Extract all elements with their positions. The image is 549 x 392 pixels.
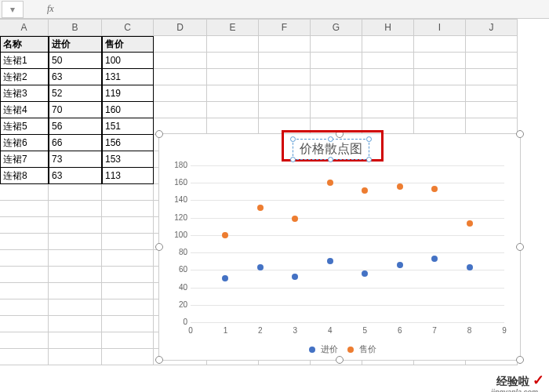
cell[interactable] (414, 102, 466, 118)
resize-handle[interactable] (155, 356, 163, 364)
cell[interactable]: 52 (49, 85, 102, 102)
cell[interactable] (0, 217, 49, 234)
cell[interactable] (414, 53, 466, 69)
cell[interactable]: 113 (102, 168, 154, 184)
column-header[interactable]: D (154, 19, 207, 36)
cell[interactable] (414, 85, 466, 102)
cell[interactable]: 63 (49, 168, 102, 184)
cell[interactable] (0, 234, 49, 250)
cell[interactable] (154, 102, 207, 118)
cell[interactable] (0, 267, 49, 283)
resize-handle[interactable] (516, 243, 524, 251)
cell[interactable] (466, 53, 518, 69)
cell[interactable] (207, 53, 259, 69)
cell[interactable]: 50 (49, 53, 102, 69)
cell[interactable]: 131 (102, 69, 154, 85)
cell[interactable]: 73 (49, 151, 102, 168)
cell[interactable] (207, 85, 259, 102)
cell[interactable] (0, 184, 49, 201)
cell[interactable] (102, 349, 154, 365)
cell[interactable] (259, 118, 311, 135)
cell[interactable]: 连裙5 (0, 118, 49, 135)
cell[interactable] (466, 102, 518, 118)
cell[interactable]: 连裙7 (0, 151, 49, 168)
cell[interactable] (311, 53, 362, 69)
resize-handle[interactable] (516, 130, 524, 138)
cell[interactable] (102, 299, 154, 316)
cell[interactable] (102, 201, 154, 217)
cell[interactable] (362, 118, 414, 135)
cell[interactable]: 连裙4 (0, 102, 49, 118)
cell[interactable] (0, 283, 49, 299)
cell[interactable] (311, 102, 362, 118)
cell[interactable] (154, 69, 207, 85)
cell[interactable]: 70 (49, 102, 102, 118)
cell[interactable] (259, 53, 311, 69)
cell[interactable] (362, 36, 414, 53)
cell[interactable]: 连裙1 (0, 53, 49, 69)
column-header[interactable]: B (49, 19, 102, 36)
cell[interactable] (49, 316, 102, 332)
cell[interactable] (0, 299, 49, 316)
cell[interactable] (0, 332, 49, 349)
cell[interactable] (466, 118, 518, 135)
column-header[interactable]: H (362, 19, 414, 36)
cell[interactable] (259, 85, 311, 102)
resize-handle[interactable] (155, 130, 163, 138)
chart-title[interactable]: 价格散点图 (293, 139, 369, 160)
cell[interactable] (414, 118, 466, 135)
cell[interactable]: 160 (102, 102, 154, 118)
cell[interactable] (362, 85, 414, 102)
cell[interactable] (102, 316, 154, 332)
cell[interactable]: 153 (102, 151, 154, 168)
cell[interactable] (154, 36, 207, 53)
cell[interactable]: 连裙3 (0, 85, 49, 102)
cell[interactable] (49, 250, 102, 267)
cell[interactable] (49, 299, 102, 316)
cell[interactable] (102, 234, 154, 250)
title-handle[interactable] (366, 136, 372, 142)
cell[interactable] (311, 85, 362, 102)
cell[interactable] (154, 85, 207, 102)
chart-container[interactable]: 价格散点图 0204060801001201401601800123456789… (158, 133, 521, 361)
cell[interactable]: 连裙8 (0, 168, 49, 184)
cell[interactable] (102, 332, 154, 349)
cell[interactable] (207, 118, 259, 135)
cell[interactable] (362, 69, 414, 85)
cell[interactable] (207, 102, 259, 118)
cell[interactable] (311, 36, 362, 53)
resize-handle[interactable] (155, 243, 163, 251)
cell[interactable] (102, 283, 154, 299)
cell[interactable]: 63 (49, 69, 102, 85)
column-header[interactable]: J (466, 19, 518, 36)
column-header[interactable]: I (414, 19, 466, 36)
dropdown-button[interactable]: ▾ (2, 1, 24, 18)
resize-handle[interactable] (516, 356, 524, 364)
cell[interactable] (154, 53, 207, 69)
cell[interactable]: 连裙2 (0, 69, 49, 85)
cell[interactable]: 156 (102, 135, 154, 151)
cell[interactable] (362, 53, 414, 69)
cell[interactable]: 名称 (0, 36, 49, 53)
column-header[interactable]: G (311, 19, 362, 36)
cell[interactable] (102, 267, 154, 283)
cell[interactable] (49, 332, 102, 349)
cell[interactable] (466, 85, 518, 102)
cell[interactable]: 售价 (102, 36, 154, 53)
cell[interactable]: 56 (49, 118, 102, 135)
cell[interactable] (311, 69, 362, 85)
title-handle[interactable] (290, 136, 296, 142)
title-handle[interactable] (290, 157, 296, 162)
cell[interactable] (259, 69, 311, 85)
cell[interactable] (414, 69, 466, 85)
cell[interactable] (0, 201, 49, 217)
cell[interactable] (207, 36, 259, 53)
cell[interactable]: 100 (102, 53, 154, 69)
cell[interactable] (102, 217, 154, 234)
cell[interactable] (49, 184, 102, 201)
cell[interactable] (49, 267, 102, 283)
cell[interactable]: 66 (49, 135, 102, 151)
cell[interactable] (414, 36, 466, 53)
cell[interactable] (0, 250, 49, 267)
cell[interactable] (49, 349, 102, 365)
